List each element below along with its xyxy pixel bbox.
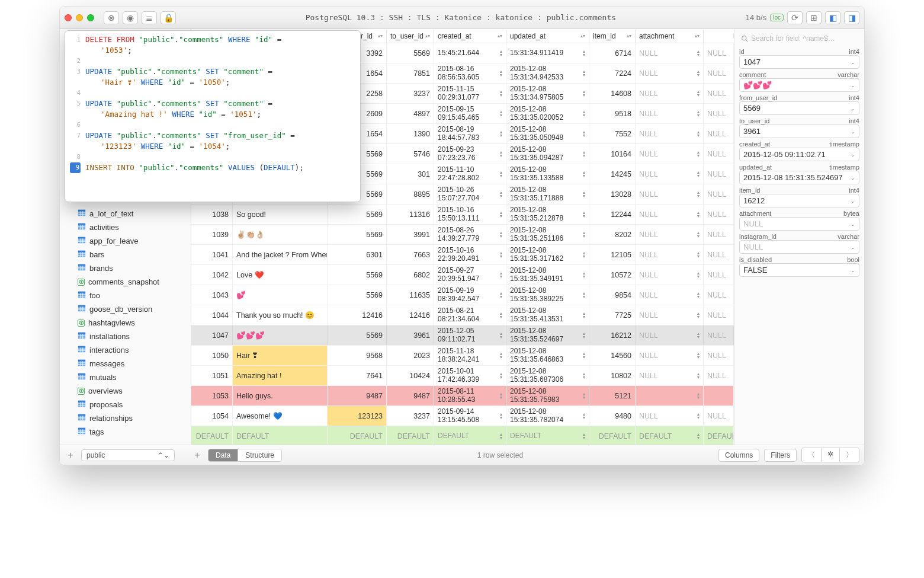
cell[interactable]: 1390 xyxy=(387,124,434,143)
cell[interactable]: 2015-12-08 15:31:35.251186▴▾ xyxy=(506,225,589,244)
cell[interactable]: NULL▴▾ xyxy=(636,366,704,385)
cell[interactable]: 2015-08-16 08:56:53.605▴▾ xyxy=(434,63,506,83)
cell[interactable]: 7663 xyxy=(387,245,434,264)
cell[interactable]: NULL xyxy=(704,84,734,103)
nav-segment[interactable]: 〈 ✲ 〉 xyxy=(801,448,859,462)
cell[interactable]: NULL xyxy=(704,43,734,63)
cell[interactable]: 2015-12-08 15:31:35.317162▴▾ xyxy=(506,245,589,264)
cell[interactable]: NULL xyxy=(704,225,734,244)
table-row[interactable]: DEFAULTDEFAULTDEFAULTDEFAULTDEFAULT▴▾DEF… xyxy=(191,426,734,445)
col-attachment[interactable]: attachment▴▾ xyxy=(636,30,704,43)
cell[interactable]: 2015-10-16 22:39:20.491▴▾ xyxy=(434,245,506,264)
next-icon[interactable]: 〉 xyxy=(840,448,859,462)
cell[interactable]: 9487 xyxy=(328,386,387,405)
sidebar-item-comments_snapshot[interactable]: ⦿comments_snapshot xyxy=(60,275,191,289)
cell[interactable]: 2015-09-15 09:15:45.465▴▾ xyxy=(434,104,506,123)
cell[interactable]: 10164 xyxy=(589,144,636,164)
cell[interactable]: 2015-11-15 00:29:31.077▴▾ xyxy=(434,84,506,103)
zoom-window-button[interactable] xyxy=(87,14,94,21)
sidebar-item-tags[interactable]: tags xyxy=(60,425,191,439)
cell[interactable]: DEFAULT▴▾ xyxy=(506,426,589,445)
cell[interactable]: 2015-12-08 15:31:35.389225▴▾ xyxy=(506,285,589,305)
col-updated_at[interactable]: updated_at▴▾ xyxy=(506,30,589,43)
cell[interactable]: 9568 xyxy=(328,346,387,365)
cell[interactable]: Hello guys. xyxy=(233,386,328,405)
cell[interactable]: 2015-12-08 15:31:35.75983▴▾ xyxy=(506,386,589,405)
cell[interactable]: DEFAULT xyxy=(387,426,434,445)
cell[interactable]: 15:45:21.644▴▾ xyxy=(434,43,506,63)
cell[interactable]: 4897 xyxy=(387,104,434,123)
add-row-button[interactable]: + xyxy=(191,450,203,461)
cell[interactable]: 2015-09-14 13:15:45.508▴▾ xyxy=(434,406,506,426)
cell[interactable]: DEFAULT▴▾ xyxy=(434,426,506,445)
table-row[interactable]: 1047💕💕💕556939612015-12-05 09:11:02.71▴▾2… xyxy=(191,325,734,346)
cell[interactable]: 2015-12-08 15:31:35.050948▴▾ xyxy=(506,124,589,143)
cell[interactable]: 2015-12-08 15:31:35.171888▴▾ xyxy=(506,184,589,204)
cell[interactable]: 2015-12-08 15:31:35.687306▴▾ xyxy=(506,366,589,385)
cell[interactable]: 6802 xyxy=(387,265,434,285)
cell[interactable]: 2015-08-26 14:39:27.779▴▾ xyxy=(434,225,506,244)
cell[interactable]: 2015-12-08 15:31:34.975805▴▾ xyxy=(506,84,589,103)
cell[interactable]: 5569 xyxy=(387,43,434,63)
close-window-button[interactable] xyxy=(65,14,72,21)
cell[interactable]: 5121 xyxy=(589,386,636,405)
sidebar-item-activities[interactable]: activities xyxy=(60,221,191,234)
cell[interactable]: 2015-11-18 18:38:24.241▴▾ xyxy=(434,346,506,365)
sidebar-item-app_for_leave[interactable]: app_for_leave xyxy=(60,234,191,248)
cell[interactable]: 11316 xyxy=(387,205,434,224)
cell[interactable]: 11635 xyxy=(387,285,434,305)
sidebar-item-overviews[interactable]: ⦿overviews xyxy=(60,384,191,398)
field-value-is_disabled[interactable]: FALSE⌄ xyxy=(739,263,859,277)
cell[interactable]: NULL xyxy=(704,406,734,426)
cell[interactable]: 7725 xyxy=(589,305,636,325)
cell[interactable]: 1038 xyxy=(191,205,233,224)
cell[interactable]: 2015-12-08 15:31:35.094287▴▾ xyxy=(506,144,589,164)
view-segment[interactable]: Data Structure xyxy=(208,449,282,462)
cell[interactable]: NULL xyxy=(704,184,734,204)
cell[interactable]: 2015-12-05 09:11:02.71▴▾ xyxy=(434,325,506,345)
field-value-instagram_id[interactable]: NULL⌄ xyxy=(739,240,859,254)
sidebar-item-goose_db_version[interactable]: goose_db_version xyxy=(60,302,191,316)
cell[interactable]: NULL xyxy=(704,104,734,123)
cell[interactable]: 3237 xyxy=(387,406,434,426)
cell[interactable]: NULL xyxy=(704,144,734,164)
gear-icon[interactable]: ✲ xyxy=(822,448,840,462)
cell[interactable]: ✌🏼️👏🏼👌🏼 xyxy=(233,225,328,244)
cell[interactable]: NULL xyxy=(704,164,734,184)
cell[interactable]: DEFAULT xyxy=(191,426,233,445)
cell[interactable]: 💕 xyxy=(233,285,328,305)
cell[interactable]: 2015-12-08 15:31:35.212878▴▾ xyxy=(506,205,589,224)
col-created_at[interactable]: created_at▴▾ xyxy=(434,30,506,43)
sidebar-item-foo[interactable]: foo xyxy=(60,289,191,302)
cell[interactable]: And the jacket ? From Where did you buy … xyxy=(233,245,328,264)
list-icon[interactable]: ≣ xyxy=(142,11,157,24)
cell[interactable]: 6714 xyxy=(589,43,636,63)
field-value-created_at[interactable]: 2015-12-05 09:11:02.71⌄ xyxy=(739,148,859,161)
cell[interactable]: 8895 xyxy=(387,184,434,204)
cell[interactable]: NULL▴▾ xyxy=(636,285,704,305)
sidebar-item-installations[interactable]: installations xyxy=(60,330,191,343)
cell[interactable]: 6301 xyxy=(328,245,387,264)
cell[interactable]: NULL xyxy=(704,305,734,325)
cell[interactable]: 2015-12-08 15:31:35.413531▴▾ xyxy=(506,305,589,325)
cell[interactable]: 16212 xyxy=(589,325,636,345)
cell[interactable]: 2015-12-08 15:31:35.020052▴▾ xyxy=(506,104,589,123)
table-row[interactable]: 1043💕5569116352015-09-19 08:39:42.547▴▾2… xyxy=(191,285,734,305)
cell[interactable]: 2015-08-19 18:44:57.783▴▾ xyxy=(434,124,506,143)
minimize-window-button[interactable] xyxy=(76,14,83,21)
cell[interactable]: Love ❤️ xyxy=(233,265,328,285)
cell[interactable]: 2015-11-10 22:47:28.802▴▾ xyxy=(434,164,506,184)
cell[interactable]: DEFAULT xyxy=(328,426,387,445)
cell[interactable]: 1053 xyxy=(191,386,233,405)
cell[interactable]: NULL xyxy=(704,285,734,305)
seg-data[interactable]: Data xyxy=(208,449,238,461)
cell[interactable]: 2015-09-27 20:39:51.947▴▾ xyxy=(434,265,506,285)
prev-icon[interactable]: 〈 xyxy=(802,448,822,462)
cell[interactable]: NULL▴▾ xyxy=(636,245,704,264)
sidebar-item-brands[interactable]: brands xyxy=(60,261,191,275)
cell[interactable]: NULL▴▾ xyxy=(636,406,704,426)
col-item_id[interactable]: item_id▴▾ xyxy=(589,30,636,43)
cell[interactable]: 10424 xyxy=(387,366,434,385)
cell[interactable]: NULL▴▾ xyxy=(636,124,704,143)
field-value-from_user_id[interactable]: 5569⌄ xyxy=(739,101,859,115)
